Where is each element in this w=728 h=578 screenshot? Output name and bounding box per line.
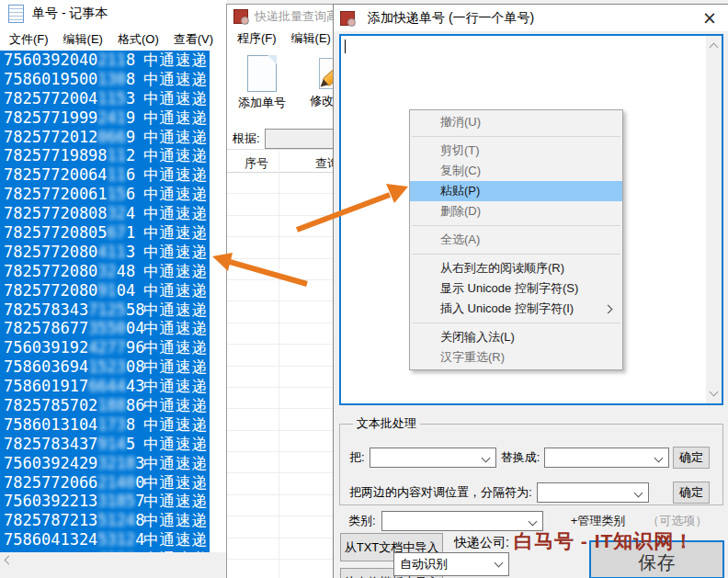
menu-separator: [412, 323, 620, 323]
notepad-menu-item[interactable]: 文件(F): [2, 28, 56, 51]
context-menu-item[interactable]: 关闭输入法(L): [410, 327, 622, 347]
replace-combobox[interactable]: [544, 448, 669, 468]
add-number-button[interactable]: 添加单号: [238, 55, 286, 119]
tracking-number-line: 78257720041153中通速递: [0, 89, 210, 108]
notepad-titlebar: 单号 - 记事本: [0, 0, 227, 28]
carrier-name: 中通速递: [143, 300, 208, 319]
context-menu-item: 复制(C): [410, 161, 622, 181]
carrier-name: 中通速递: [143, 243, 208, 261]
context-menu-item: 撤消(U): [410, 112, 622, 132]
masked-digits: 3185: [97, 492, 135, 510]
submenu-arrow-icon: [604, 305, 613, 314]
scroll-left-icon[interactable]: [5, 556, 14, 565]
tracking-number-line: 782578343712558中通速递: [0, 300, 210, 320]
context-menu-item: 删除(D): [410, 201, 622, 221]
tracking-number-line: 78257720064116中通速递: [0, 165, 210, 185]
carrier-name: 中通速递: [143, 454, 208, 472]
tracking-number-line: 758604132453124中通速递: [0, 530, 210, 550]
app-menu-item[interactable]: 程序(F): [230, 28, 284, 50]
tool-label: 添加单号: [238, 95, 286, 111]
tracking-number-line: 75860131041738中通速递: [0, 415, 210, 435]
carrier-name: 中通速递: [143, 223, 208, 242]
masked-digits: 411: [97, 243, 126, 261]
app-menu-item[interactable]: 编辑(E): [284, 28, 338, 50]
notepad-window: 单号 - 记事本 文件(F)编辑(E)格式(O)查看(V)帮助(H) 75603…: [0, 0, 227, 578]
carrier-name: 中通速递: [143, 108, 208, 127]
menu-separator: [412, 225, 620, 226]
screen: 单号 - 记事本 文件(F)编辑(E)格式(O)查看(V)帮助(H) 75603…: [0, 0, 728, 578]
masked-digits: 188: [97, 396, 126, 414]
notepad-menu-item[interactable]: 编辑(E): [56, 28, 110, 51]
scroll-up-icon[interactable]: [710, 43, 719, 52]
carrier-name: 中通速递: [143, 262, 208, 280]
masked-digits: 7125: [88, 300, 126, 319]
masked-digits: 3550: [88, 319, 126, 337]
column-header-index: 序号: [245, 155, 268, 172]
swap-ok-button[interactable]: 确定: [673, 482, 710, 504]
scroll-down-icon[interactable]: [710, 388, 719, 397]
tracking-number-line: 78257720808324中通速递: [0, 204, 210, 223]
masked-digits: 6644: [88, 377, 126, 395]
express-company-combobox[interactable]: 自动识别: [393, 552, 509, 576]
swap-label: 把两边的内容对调位置，分隔符为:: [349, 484, 532, 501]
carrier-name: 中通速递: [143, 357, 208, 376]
from-label: 把:: [349, 449, 365, 466]
tracking-number-line: 782578570218886中通速递: [0, 396, 210, 415]
replace-ok-button[interactable]: 确定: [673, 447, 710, 469]
optional-hint: （可选项）: [647, 513, 707, 529]
masked-digits: 4277: [88, 338, 126, 357]
dialog-title: 添加快递单号 (一行一个单号): [368, 10, 699, 27]
masked-digits: 11: [108, 146, 126, 164]
replace-label: 替换成:: [501, 449, 540, 466]
notepad-hscrollbar[interactable]: [0, 552, 227, 578]
carrier-name: 中通速递: [143, 204, 208, 222]
group-legend: 文本批处理: [353, 415, 420, 432]
carrier-name: 中通速递: [143, 338, 208, 357]
replace-row: 把: 替换成:: [349, 448, 669, 468]
masked-digits: 5312: [97, 530, 135, 549]
carrier-name: 中通速递: [143, 165, 208, 184]
tracking-number-line: 78257720061156中通速递: [0, 185, 210, 204]
tracking-number-line: 78257834379145中通速递: [0, 435, 210, 454]
tracking-number-line: 758603694152308中通速递: [0, 357, 210, 377]
menu-separator: [412, 136, 620, 137]
context-menu-item[interactable]: 插入 Unicode 控制字符(I): [410, 299, 622, 319]
separator-combobox[interactable]: [537, 482, 649, 503]
tracking-number-line: 78257720805671中通速递: [0, 223, 210, 243]
tracking-number-line: 78257720804113中通速递: [0, 243, 210, 262]
express-company-label: 快递公司:: [454, 535, 509, 551]
tracking-number-line: 75860195001308中通速递: [0, 70, 210, 89]
carrier-name: 中通速递: [143, 530, 208, 549]
textarea-scrollbar[interactable]: [706, 36, 722, 403]
notepad-menu-item[interactable]: 格式(O): [110, 28, 166, 51]
masked-digits: 32: [97, 262, 116, 280]
context-menu-item[interactable]: 从右到左的阅读顺序(R): [410, 258, 622, 278]
tracking-number-line: 756039192427796中通速递: [0, 338, 210, 357]
app-icon: [233, 9, 248, 24]
notepad-menubar: 文件(F)编辑(E)格式(O)查看(V)帮助(H): [0, 28, 227, 51]
manage-category-link[interactable]: +管理类别: [571, 513, 626, 529]
from-combobox[interactable]: [370, 448, 496, 468]
notepad-menu-item[interactable]: 查看(V): [166, 28, 221, 51]
category-label: 类别:: [348, 513, 376, 529]
context-menu-item[interactable]: 显示 Unicode 控制字符(S): [410, 278, 622, 299]
masked-digits: 211: [97, 51, 126, 69]
document-icon: [247, 55, 277, 92]
dialog-titlebar: 添加快递单号 (一行一个单号) ×: [334, 5, 728, 31]
masked-digits: 67: [108, 223, 126, 242]
masked-digits: 5124: [97, 511, 135, 529]
query-window-title: 快递批量查询高: [255, 8, 338, 25]
notepad-text-area[interactable]: 75603920402118中通速递75860195001308中通速递7825…: [0, 51, 227, 552]
close-button[interactable]: ×: [699, 9, 721, 27]
tracking-number-line: 758601917664443中通速递: [0, 377, 210, 396]
tracking-number-line: 78257719898112中通速递: [0, 146, 210, 165]
masked-digits: 914: [97, 435, 126, 453]
carrier-name: 中通速递: [143, 51, 208, 69]
swap-row: 把两边的内容对调位置，分隔符为:: [349, 482, 649, 503]
carrier-name: 中通速递: [143, 146, 208, 164]
chevron-down-icon: [528, 517, 537, 527]
context-menu-item[interactable]: 粘贴(P): [410, 181, 622, 201]
carrier-name: 中通速递: [143, 492, 208, 510]
masked-digits: 32: [108, 204, 126, 222]
chevron-down-icon: [495, 559, 504, 568]
